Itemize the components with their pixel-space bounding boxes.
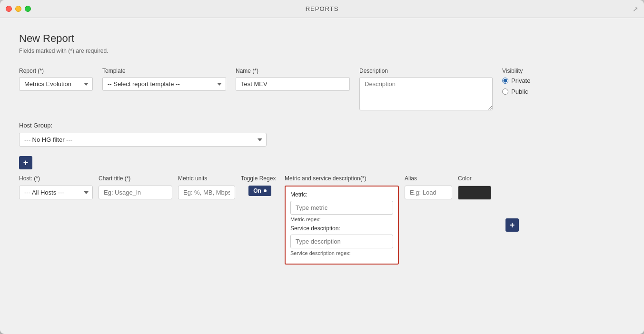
- template-select[interactable]: -- Select report template --: [102, 77, 226, 91]
- maximize-button[interactable]: [25, 6, 31, 12]
- col-header-chart: Chart title (*): [99, 175, 172, 182]
- metric-units-group: [178, 186, 235, 199]
- report-label: Report (*): [19, 68, 93, 74]
- public-label: Public: [511, 88, 528, 95]
- report-group: Report (*) Metrics Evolution: [19, 68, 93, 91]
- chart-title-input[interactable]: [99, 186, 172, 199]
- alias-input[interactable]: [405, 186, 452, 199]
- template-group: Template -- Select report template --: [102, 68, 226, 91]
- description-label: Description: [359, 68, 493, 74]
- metric-inner-label: Metric:: [290, 191, 393, 198]
- service-input[interactable]: [290, 235, 393, 248]
- alias-group: [405, 186, 452, 199]
- public-radio[interactable]: [502, 88, 508, 95]
- host-group-label: Host Group:: [19, 122, 625, 129]
- description-textarea[interactable]: [359, 77, 493, 110]
- toggle-on-label: On: [253, 187, 261, 194]
- expand-icon[interactable]: ↗: [633, 5, 638, 13]
- toggle-regex-group: On: [241, 186, 279, 196]
- chart-title-group: [99, 186, 172, 199]
- col-header-metric-desc: Metric and service description(*): [285, 175, 399, 182]
- service-inner-label: Service description:: [290, 225, 393, 232]
- titlebar: REPORTS ↗: [0, 0, 644, 18]
- toggle-regex-button[interactable]: On: [248, 186, 271, 196]
- page-subtitle: Fields marked with (*) are required.: [19, 48, 625, 54]
- col-header-units: Metric units: [178, 175, 235, 182]
- name-label: Name (*): [236, 68, 350, 74]
- color-group: [458, 186, 496, 200]
- toggle-indicator: [264, 189, 267, 192]
- col-header-color: Color: [458, 175, 496, 182]
- add-metrics-button[interactable]: +: [19, 156, 32, 169]
- col-header-host: Host: (*): [19, 175, 93, 182]
- col-header-alias: Alias: [405, 175, 452, 182]
- window-title: REPORTS: [306, 5, 339, 12]
- private-label: Private: [511, 77, 530, 84]
- host-field-group: --- All Hosts ---: [19, 186, 93, 199]
- metric-input[interactable]: [290, 201, 393, 215]
- col-header-toggle: Toggle Regex: [241, 175, 279, 182]
- service-regex-label: Service description regex:: [290, 250, 393, 256]
- description-group: Description: [359, 68, 493, 110]
- main-form-row: Report (*) Metrics Evolution Template --…: [19, 68, 625, 110]
- metric-row: --- All Hosts --- On: [19, 186, 625, 265]
- template-label: Template: [102, 68, 226, 74]
- visibility-label: Visibility: [502, 68, 530, 74]
- app-window: REPORTS ↗ New Report Fields marked with …: [0, 0, 644, 334]
- host-select[interactable]: --- All Hosts ---: [19, 186, 93, 199]
- traffic-lights: [6, 6, 31, 12]
- name-input[interactable]: [236, 77, 350, 91]
- metric-units-input[interactable]: [178, 186, 235, 199]
- public-radio-label[interactable]: Public: [502, 88, 530, 95]
- color-picker[interactable]: [458, 186, 491, 200]
- page-title: New Report: [19, 32, 625, 45]
- name-group: Name (*): [236, 68, 350, 91]
- visibility-options: Private Public: [502, 77, 530, 95]
- visibility-group: Visibility Private Public: [502, 68, 530, 95]
- metric-desc-box: Metric: Metric regex: Service descriptio…: [285, 186, 399, 265]
- add-row-button[interactable]: +: [505, 218, 519, 232]
- private-radio[interactable]: [502, 78, 508, 84]
- host-group-section: Host Group: --- No HG filter ---: [19, 122, 625, 147]
- private-radio-label[interactable]: Private: [502, 77, 530, 84]
- column-headers: Host: (*) Chart title (*) Metric units T…: [19, 175, 625, 182]
- report-select[interactable]: Metrics Evolution: [19, 77, 93, 91]
- metrics-section: Host: (*) Chart title (*) Metric units T…: [19, 175, 625, 265]
- close-button[interactable]: [6, 6, 12, 12]
- content-area: New Report Fields marked with (*) are re…: [0, 18, 644, 334]
- host-group-select[interactable]: --- No HG filter ---: [19, 133, 267, 147]
- metric-regex-label: Metric regex:: [290, 216, 393, 222]
- minimize-button[interactable]: [15, 6, 21, 12]
